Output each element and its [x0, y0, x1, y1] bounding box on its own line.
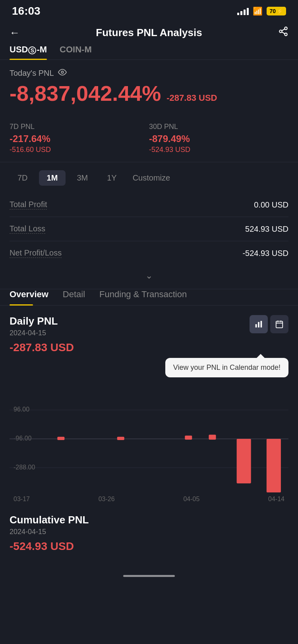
svg-rect-26: [209, 435, 216, 440]
svg-rect-25: [185, 436, 192, 440]
svg-rect-6: [255, 324, 257, 327]
7d-pnl-col: 7D PNL -217.64% -516.60 USD: [10, 123, 149, 154]
market-tabs: USDS-M COIN-M: [0, 44, 298, 60]
eye-icon[interactable]: [58, 68, 67, 79]
daily-pnl-section: Daily PNL 2024-04-15 -287.83 USD: [0, 306, 298, 354]
daily-pnl-header: Daily PNL 2024-04-15: [10, 315, 288, 337]
signal-icon: [237, 7, 249, 15]
svg-rect-27: [237, 439, 251, 483]
stat-row-total-loss: Total Loss 524.93 USD: [10, 217, 288, 241]
svg-rect-9: [276, 321, 283, 328]
total-loss-value: 524.93 USD: [245, 225, 288, 234]
period-tab-7d[interactable]: 7D: [10, 170, 36, 186]
cumulative-pnl-date: 2024-04-15: [10, 528, 288, 536]
svg-line-3: [282, 32, 284, 34]
svg-rect-8: [261, 321, 262, 328]
cumulative-pnl-value: -524.93 USD: [10, 540, 288, 553]
overview-tabs: Overview Detail Funding & Transaction: [0, 289, 298, 306]
period-tab-1m[interactable]: 1M: [39, 170, 66, 186]
share-button[interactable]: [278, 26, 288, 39]
period-tab-3m[interactable]: 3M: [69, 170, 96, 186]
tab-funding-transaction[interactable]: Funding & Transaction: [99, 289, 187, 305]
home-indicator: [0, 569, 298, 581]
chart-x-labels: 03-17 03-26 04-05 04-14: [10, 494, 288, 503]
back-button[interactable]: ←: [10, 27, 20, 39]
svg-point-5: [61, 71, 64, 73]
period-tabs: 7D 1M 3M 1Y Customize: [0, 162, 298, 193]
status-bar: 16:03 📶 70 ⚡: [0, 0, 298, 21]
period-tab-1y[interactable]: 1Y: [99, 170, 124, 186]
calendar-chart-button[interactable]: [270, 315, 288, 333]
tab-overview[interactable]: Overview: [10, 289, 48, 305]
chart-area: 96.00 -96.00 -288.00 03-17 03-26 04-05 0…: [0, 377, 298, 504]
period-pnl-grid: 7D PNL -217.64% -516.60 USD 30D PNL -879…: [0, 123, 298, 162]
30d-pnl-col: 30D PNL -879.49% -524.93 USD: [149, 123, 288, 154]
net-profit-value: -524.93 USD: [242, 249, 288, 258]
daily-pnl-value: -287.83 USD: [10, 341, 288, 354]
chart-view-buttons: [250, 315, 288, 333]
tab-detail[interactable]: Detail: [63, 289, 85, 305]
today-pnl-label: Today's PNL: [10, 68, 288, 79]
calendar-tooltip: View your PNL in Calendar mode!: [165, 358, 288, 377]
battery-indicator: 70 ⚡: [267, 7, 286, 15]
svg-rect-24: [117, 437, 124, 440]
svg-line-4: [282, 29, 284, 31]
svg-text:-288.00: -288.00: [14, 463, 35, 471]
net-profit-label: Net Profit/Loss: [10, 248, 62, 258]
total-profit-label: Total Profit: [10, 200, 47, 210]
app-header: ← Futures PNL Analysis: [0, 21, 298, 44]
svg-rect-28: [267, 439, 281, 492]
svg-rect-23: [57, 437, 64, 440]
daily-pnl-chart: 96.00 -96.00 -288.00: [10, 385, 288, 492]
daily-pnl-title: Daily PNL: [10, 315, 58, 327]
cumulative-pnl-section: Cumulative PNL 2024-04-15 -524.93 USD: [0, 504, 298, 569]
svg-text:-96.00: -96.00: [14, 434, 31, 442]
today-pnl-value: -8,837,042.44% -287.83 USD: [10, 82, 288, 105]
cumulative-pnl-title: Cumulative PNL: [10, 514, 288, 526]
svg-rect-7: [258, 322, 259, 328]
wifi-icon: 📶: [253, 6, 263, 16]
status-icons: 📶 70 ⚡: [237, 6, 286, 16]
period-tab-customize[interactable]: Customize: [128, 170, 175, 186]
bar-chart-button[interactable]: [250, 315, 268, 333]
stats-table: Total Profit 0.00 USD Total Loss 524.93 …: [0, 193, 298, 265]
stat-row-net-profit: Net Profit/Loss -524.93 USD: [10, 241, 288, 265]
daily-pnl-info: Daily PNL 2024-04-15: [10, 315, 58, 337]
stat-row-total-profit: Total Profit 0.00 USD: [10, 193, 288, 217]
tab-coin-m[interactable]: COIN-M: [60, 44, 92, 60]
expand-row[interactable]: ⌄: [0, 265, 298, 289]
tab-usd-m[interactable]: USDS-M: [10, 44, 47, 60]
total-profit-value: 0.00 USD: [254, 200, 288, 210]
today-pnl-section: Today's PNL -8,837,042.44% -287.83 USD: [0, 68, 298, 115]
home-bar: [123, 575, 175, 577]
page-title: Futures PNL Analysis: [96, 27, 202, 39]
status-time: 16:03: [12, 5, 41, 17]
svg-text:96.00: 96.00: [14, 406, 29, 413]
tooltip-container: View your PNL in Calendar mode!: [0, 354, 298, 377]
daily-pnl-date: 2024-04-15: [10, 329, 58, 337]
total-loss-label: Total Loss: [10, 224, 45, 234]
chevron-down-icon[interactable]: ⌄: [145, 271, 153, 281]
